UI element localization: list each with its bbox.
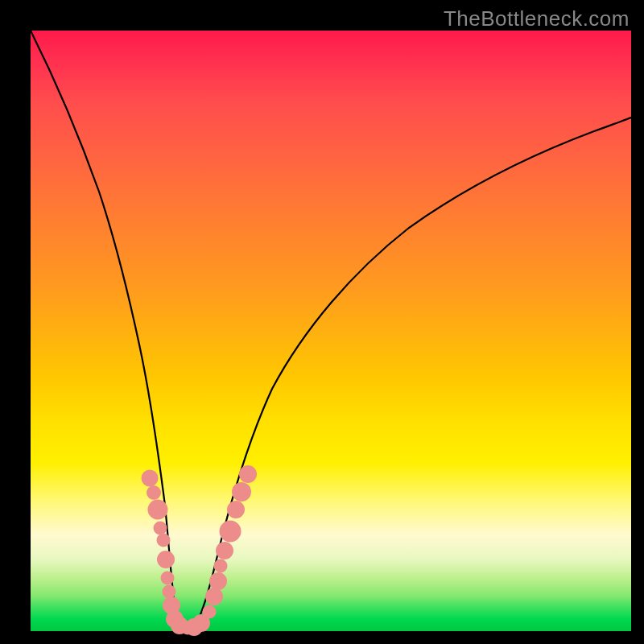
watermark-text: TheBottleneck.com <box>444 6 630 31</box>
plot-area <box>31 31 631 631</box>
sample-dot <box>147 485 161 500</box>
sample-dot <box>157 534 171 547</box>
sample-dot <box>214 559 228 573</box>
sample-dot <box>239 465 257 483</box>
sample-dot <box>142 470 159 487</box>
sample-dot <box>232 482 251 502</box>
sample-dot <box>161 572 175 585</box>
sample-dot <box>220 521 242 543</box>
sample-dot <box>203 605 217 619</box>
sample-dot <box>148 500 168 520</box>
sample-dot <box>205 588 223 605</box>
sample-dot <box>157 551 175 568</box>
sample-dot <box>227 501 245 518</box>
sample-dot <box>216 542 233 559</box>
sample-dot <box>209 572 227 590</box>
sample-dots-layer <box>31 31 631 631</box>
